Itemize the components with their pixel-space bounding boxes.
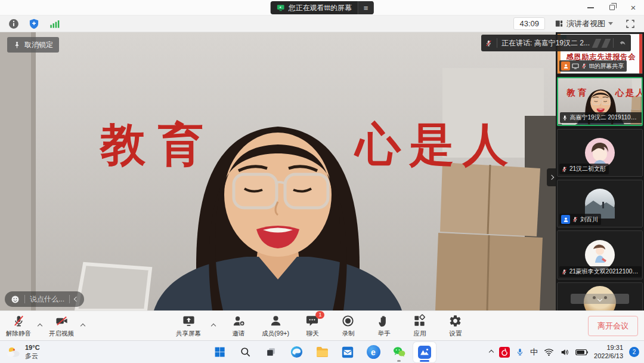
taskbar-clock[interactable]: 19:31 2022/6/13 — [594, 344, 623, 361]
mail-app-button[interactable] — [336, 342, 359, 362]
participant-video-tile-active[interactable]: 高嘉宁19汉二 201911002... — [557, 77, 643, 126]
input-method-indicator[interactable]: 中 — [530, 347, 538, 358]
close-button[interactable]: × — [623, 0, 644, 15]
pill-menu-icon[interactable]: ≡ — [358, 1, 374, 14]
members-label: 成员(99+) — [262, 330, 289, 338]
screen-share-icon — [572, 63, 579, 70]
view-mode-label: 演讲者视图 — [566, 19, 605, 29]
participant-label: 21汉二初文彤 — [559, 164, 609, 174]
emoji-smiley-icon[interactable] — [11, 295, 20, 304]
muted-mic-icon — [561, 166, 568, 173]
video-options-caret[interactable] — [79, 317, 87, 335]
chevron-down-icon — [608, 22, 613, 25]
edge-browser-button[interactable] — [285, 342, 308, 362]
battery-icon[interactable] — [575, 349, 588, 356]
mail-icon — [341, 346, 354, 359]
members-button[interactable]: 成员(99+) — [259, 313, 292, 339]
search-icon — [240, 346, 251, 358]
unpin-label: 取消锁定 — [24, 40, 53, 50]
wifi-icon[interactable] — [544, 347, 554, 356]
browser-e-button[interactable]: e — [362, 342, 385, 362]
netease-music-icon[interactable] — [499, 347, 510, 358]
record-button[interactable]: 录制 — [333, 313, 363, 339]
chat-unread-badge: 1 — [315, 311, 324, 319]
start-video-button[interactable]: 开启视频 — [47, 313, 76, 339]
meeting-control-bar: 解除静音 开启视频 共享屏幕 邀请 成员(99+) — [0, 310, 644, 340]
sidebar-collapse-handle[interactable] — [547, 168, 556, 186]
apps-label: 应用 — [413, 330, 426, 338]
participant-name: ttt的屏幕共享 — [589, 62, 624, 70]
share-screen-button[interactable]: 共享屏幕 — [174, 313, 203, 339]
volume-icon[interactable] — [560, 347, 569, 357]
clock-time: 19:31 — [606, 344, 623, 351]
screen-watching-pill[interactable]: 您正在观看ttt的屏幕 ≡ — [271, 1, 374, 14]
meeting-info-button[interactable] — [6, 17, 21, 30]
tray-mic-icon[interactable] — [516, 347, 524, 356]
layout-icon — [555, 19, 564, 28]
chevron-up-icon — [80, 323, 85, 328]
collapse-arrow-icon[interactable] — [602, 39, 611, 48]
view-mode-button[interactable]: 演讲者视图 — [551, 17, 617, 30]
raise-hand-button[interactable]: 举手 — [369, 313, 399, 339]
browser-e-icon: e — [367, 345, 380, 359]
pin-icon — [13, 41, 21, 49]
collapse-arrow-icon[interactable] — [592, 39, 602, 48]
weather-temp: 19°C — [25, 344, 40, 351]
meeting-app-button[interactable] — [413, 342, 436, 362]
unmute-button[interactable]: 解除静音 — [4, 313, 33, 339]
camera-off-icon — [55, 314, 69, 328]
mic-options-caret[interactable] — [36, 317, 44, 335]
task-view-button[interactable] — [259, 342, 282, 362]
chevron-left-icon[interactable] — [74, 297, 79, 302]
apps-button[interactable]: 应用 — [405, 313, 435, 339]
participant-avatar-tile[interactable]: 21汉二初文彤 — [557, 129, 643, 177]
tray-overflow-chevron-icon[interactable] — [489, 349, 494, 354]
start-button[interactable] — [208, 342, 231, 362]
unpin-button[interactable]: 取消锁定 — [7, 37, 59, 53]
raise-hand-label: 举手 — [377, 330, 390, 338]
divider — [69, 295, 70, 303]
chevron-down-icon — [597, 296, 602, 301]
taskbar-search-button[interactable] — [234, 342, 256, 362]
green-monitor-icon — [277, 4, 285, 12]
wechat-button[interactable] — [388, 342, 410, 362]
fullscreen-button[interactable] — [623, 17, 638, 30]
scroll-down-button[interactable] — [571, 294, 629, 304]
speaking-banner: 正在讲话: 高嘉宁19汉二 2... — [481, 35, 631, 51]
participant-avatar-tile[interactable]: 21蒙班李文双202121002... — [557, 230, 643, 279]
slide-accent — [639, 34, 642, 73]
file-explorer-button[interactable] — [311, 342, 333, 362]
participant-name: 21汉二初文彤 — [569, 165, 606, 173]
divider — [497, 38, 497, 48]
chat-button[interactable]: 1 聊天 — [298, 313, 327, 339]
participants-sidebar: 感恩励志先进报告会 ttt的屏幕共享 高嘉宁19汉二 201911002... — [556, 32, 644, 310]
meeting-window: 您正在观看ttt的屏幕 ≡ × 43:09 演讲者视图 — [0, 0, 644, 363]
notification-badge[interactable]: 2 — [629, 347, 639, 357]
reply-arrow-icon[interactable] — [618, 39, 627, 47]
participant-avatar-tile[interactable]: 刘百川 — [557, 180, 643, 227]
participant-name: 21蒙班李文双202121002... — [569, 267, 639, 276]
quick-chat-input[interactable]: 说点什么... — [5, 291, 84, 307]
participant-avatar-tile-partial[interactable] — [557, 282, 643, 310]
watching-banner-text: 您正在观看ttt的屏幕 — [289, 3, 352, 13]
person-icon — [563, 217, 569, 223]
settings-button[interactable]: 设置 — [441, 313, 470, 339]
meeting-timer: 43:09 — [513, 17, 545, 30]
person-icon — [563, 63, 569, 69]
muted-mic-icon — [561, 269, 568, 275]
mic-muted-icon — [12, 314, 26, 328]
invite-button[interactable]: 邀请 — [224, 313, 253, 339]
share-options-caret[interactable] — [209, 317, 218, 335]
weather-cloudy-icon — [6, 346, 21, 359]
titlebar: 您正在观看ttt的屏幕 ≡ × — [0, 0, 644, 16]
participant-label: 高嘉宁19汉二 201911002... — [560, 112, 642, 123]
taskbar-weather-widget[interactable]: 19°C多云 — [6, 344, 40, 359]
restore-button[interactable] — [601, 0, 623, 15]
network-quality-button[interactable] — [47, 17, 62, 30]
security-shield-button[interactable] — [26, 17, 42, 30]
chat-label: 聊天 — [306, 330, 318, 338]
restore-icon — [609, 5, 615, 10]
leave-meeting-button[interactable]: 离开会议 — [588, 316, 638, 336]
minimize-button[interactable] — [580, 0, 601, 15]
raise-hand-icon — [377, 314, 391, 328]
